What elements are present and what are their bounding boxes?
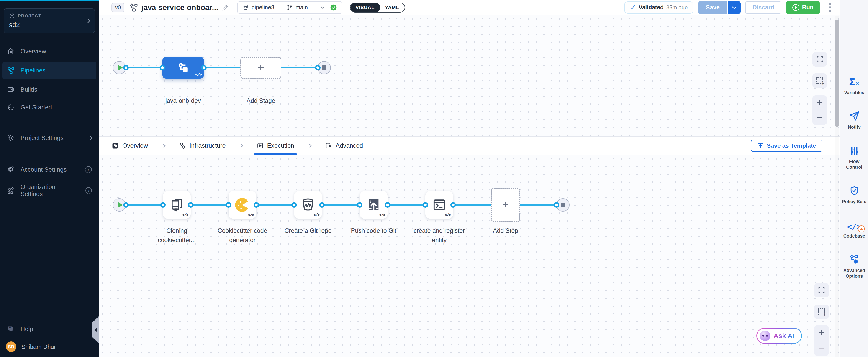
connector-dot[interactable] [160,65,165,70]
sidebar-item-organization-settings[interactable]: Organization Settings i [0,179,99,203]
sidebar-item-overview[interactable]: Overview [0,42,99,60]
save-button[interactable]: Save [698,1,727,14]
rail-item-advanced-options[interactable]: Advanced Options [842,254,867,279]
rail-item-policy-sets[interactable]: Policy Sets [842,185,867,205]
info-icon[interactable]: i [86,187,92,194]
rail-item-variables[interactable]: Σ✕ Variables [842,76,867,95]
project-label: PROJECT [18,13,41,19]
tab-overview[interactable]: Overview [112,137,148,155]
canvas-fit-view-button[interactable] [814,283,829,298]
stage-node-java-onb-dev[interactable]: </> [162,57,204,79]
rail-item-notify[interactable]: Notify [842,110,867,130]
connector-dot[interactable] [385,202,390,208]
save-split-button: Save [698,1,741,14]
code-badge-icon: </> [379,213,385,218]
user-profile[interactable]: SD Shibam Dhar [0,338,99,357]
add-stage-label: Add Stage [234,96,288,106]
discard-button[interactable]: Discard [745,1,781,14]
zoom-in-button[interactable]: + [818,327,825,337]
validated-time: 35m ago [666,4,688,11]
execution-canvas[interactable]: </> </> </> </> </> [99,155,840,357]
canvas-reset-selection-button[interactable] [814,304,829,319]
connector-dot[interactable] [160,202,166,208]
connector-dot[interactable] [315,65,320,70]
connector-dot[interactable] [423,202,428,208]
stage-canvas[interactable]: </> + java-onb-dev Add Stage + − [99,15,840,136]
sidebar-item-account-settings[interactable]: Account Settings i [0,161,99,179]
svg-text:?: ? [9,326,11,330]
connector-dot[interactable] [201,65,207,70]
chevron-down-icon[interactable] [321,5,324,9]
tab-infrastructure[interactable]: Infrastructure [179,137,226,155]
run-button[interactable]: Run [786,1,820,14]
connector-dot[interactable] [291,202,297,208]
save-options-button[interactable] [727,1,741,14]
visual-yaml-toggle[interactable]: VISUAL YAML [350,2,405,12]
vertical-scrollbar[interactable] [835,17,839,357]
project-selector[interactable]: PROJECT sd2 [4,8,95,33]
execution-tab-icon [257,142,264,149]
validated-status[interactable]: ✓ Validated 35m ago [624,1,693,14]
step-push-code-to-git[interactable]: </> [360,191,388,219]
start-play-icon [118,65,123,71]
marquee-icon [816,77,823,84]
marquee-icon [818,308,825,315]
save-as-template-button[interactable]: Save as Template [751,140,823,152]
edit-pencil-icon[interactable] [222,4,229,11]
toggle-yaml[interactable]: YAML [379,2,405,12]
add-step-button[interactable]: + [491,188,520,222]
canvas-reset-selection-button[interactable] [812,73,827,88]
info-icon[interactable]: i [85,166,92,173]
terminal-icon [432,198,446,212]
zoom-out-button[interactable]: − [818,344,825,354]
rail-item-codebase[interactable]: </> Codebase [842,219,867,239]
sidebar-item-pipelines[interactable]: Pipelines [2,62,96,79]
step-cookiecutter-generator[interactable]: </> [228,191,256,219]
toggle-visual[interactable]: VISUAL [350,2,380,12]
connector-dot[interactable] [554,202,559,208]
ask-ai-label: Ask AI [773,332,795,340]
more-options-kebab[interactable] [825,1,836,14]
canvas-fit-view-button[interactable] [812,52,827,66]
scrollbar-thumb[interactable] [835,20,839,127]
step-cloning-cookiecutter[interactable]: </> [163,191,191,219]
get-started-icon [7,103,14,111]
sidebar-item-get-started[interactable]: Get Started [0,98,99,116]
connector-dot[interactable] [123,65,129,70]
chevron-right-icon [239,144,243,148]
branch-name[interactable]: main [296,4,308,11]
tab-advanced[interactable]: Advanced [325,137,363,155]
infrastructure-tab-icon [179,142,186,149]
step-label: Push code to Git [346,226,401,236]
ai-robot-icon [760,331,770,341]
sidebar-item-project-settings[interactable]: Project Settings [0,129,99,147]
stage-label: java-onb-dev [156,96,211,106]
add-stage-button[interactable]: + [240,57,281,79]
chevron-right-icon [161,144,165,148]
connector-dot[interactable] [319,202,324,208]
pipeline-title: java-service-onboar... [141,3,218,12]
connector-dot[interactable] [188,202,193,208]
connector-dot[interactable] [357,202,363,208]
code-badge-icon: </> [444,213,451,218]
step-create-git-repo[interactable]: </> [294,191,322,219]
step-create-register-entity[interactable]: </> [425,191,453,219]
help-chat-icon: ? [7,325,14,333]
connector-dot[interactable] [254,202,259,208]
sidebar-item-label: Organization Settings [21,183,73,198]
rail-item-flow-control[interactable]: Flow Control [842,145,867,170]
start-play-icon [118,202,123,208]
connector-dot[interactable] [451,202,456,208]
sidebar-item-help[interactable]: ? Help [0,320,99,338]
sidebar-item-builds[interactable]: Builds [0,81,99,98]
connector-dot[interactable] [226,202,231,208]
zoom-in-button[interactable]: + [817,97,823,108]
sidebar-item-label: Overview [21,48,46,55]
zoom-out-button[interactable]: − [817,113,823,123]
connector-dot[interactable] [123,202,129,208]
repo-icon [242,4,249,11]
ask-ai-button[interactable]: Ask AI [756,328,802,344]
pipeline-file-name[interactable]: pipeline8 [251,4,274,11]
stage-tab-bar: Overview Infrastructure Execution Advanc… [99,136,840,155]
tab-execution[interactable]: Execution [257,137,294,155]
